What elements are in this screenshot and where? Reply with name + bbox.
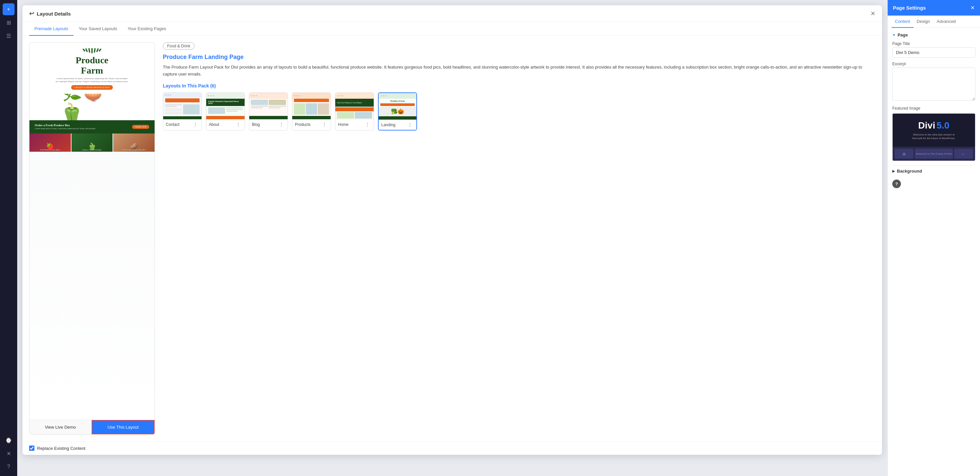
sidebar-icon-history[interactable]: ⌚ [3,434,14,446]
ray-5 [94,48,95,53]
thumb-image-blog [249,93,288,119]
right-tab-design[interactable]: Design [913,16,933,28]
tab-premade-layouts[interactable]: Premade Layouts [29,22,73,36]
farm-photo-3: 🥔 Are You a Restaurant or Reseller? [113,134,154,152]
featured-image-label: Featured Image [892,106,975,111]
right-panel: Page Settings ✕ Content Design Advanced … [887,0,980,476]
replace-content-checkbox[interactable] [29,446,34,451]
modal-close-button[interactable]: ✕ [870,11,875,16]
sidebar-icon-list[interactable]: ☰ [3,30,14,42]
right-panel-close-button[interactable]: ✕ [970,5,975,11]
category-tag: Food & Drink [163,42,195,50]
sidebar-icon-settings[interactable]: ✕ [3,447,14,460]
layout-thumb-about[interactable]: Family Owned & Operated Since 1875 [206,93,245,131]
thumb-menu-landing[interactable]: ⋮ [406,122,414,128]
layout-title: Produce Farm Landing Page [163,54,875,61]
thumb-menu-products[interactable]: ⋮ [321,121,328,128]
use-this-layout-button[interactable]: Use This Layout [92,420,155,434]
modal-header: ↩ Layout Details ✕ [22,5,882,22]
thumb-menu-home[interactable]: ⋮ [364,121,371,128]
thumb-image-about: Family Owned & Operated Since 1875 [206,93,245,119]
farm-title: Produce Farm [36,55,148,76]
thumb-footer-landing: Landing ⋮ [379,120,416,130]
farm-band-title: Order a Fresh Produce Box [35,123,96,127]
farm-band-left: Order a Fresh Produce Box Lorem ipsum do… [35,123,96,130]
tab-existing-pages[interactable]: Your Existing Pages [123,22,172,36]
background-chevron-icon: ▶ [892,169,895,173]
featured-image-strip: ▦ Welcome to The Future Of Divi ▷ [892,147,975,161]
background-section[interactable]: ▶ Background [892,165,975,177]
farm-cta-button: CREATE A FRESH PRODUCE BOX [71,85,113,90]
strip-item-2: Welcome to The Future Of Divi [915,149,953,159]
thumb-image-home: Farm Our Produce to Your Basket [335,93,374,119]
page-title-input[interactable] [892,47,975,58]
divi-description: Welcome to the ultra-fast version of Div… [911,133,957,140]
strip-item-1: ▦ [895,149,913,159]
thumb-menu-about[interactable]: ⋮ [235,121,242,128]
layers-icon: ⊞ [6,19,11,26]
sidebar-icon-help[interactable]: ? [3,461,14,473]
layout-thumb-contact[interactable]: Contact ⋮ [163,93,202,131]
farm-preview-mockup: Produce Farm Lorem ipsum dolor sit amet,… [29,43,154,420]
page-section-title: Page [897,32,908,37]
thumb-label-contact: Contact [166,122,180,127]
farm-photo-2: 🫑 Farmer's Market Schedule [72,134,113,152]
thumb-label-home: Home [338,122,348,127]
left-sidebar: + ⊞ ☰ ⌚ ✕ ? [0,0,17,476]
excerpt-textarea[interactable] [892,67,975,101]
modal-body: Produce Farm Lorem ipsum dolor sit amet,… [22,36,882,441]
right-panel-tabs: Content Design Advanced [888,16,980,28]
farm-decorative-rays [36,48,148,53]
thumb-image-contact [163,93,202,119]
checkbox-label: Replace Existing Content [37,446,85,451]
right-tab-advanced[interactable]: Advanced [933,16,959,28]
layout-thumb-landing[interactable]: Produce Farm 🥦🎃 Landing ⋮ [378,93,417,131]
layouts-grid: Contact ⋮ Family Owned & Operated Since … [163,93,875,131]
farm-top-section: Produce Farm Lorem ipsum dolor sit amet,… [29,43,154,94]
back-icon: ↩ [29,10,34,17]
background-title: ▶ Background [892,169,922,174]
settings-icon: ✕ [6,450,11,457]
thumb-footer-home: Home ⋮ [335,119,374,129]
tab-saved-layouts[interactable]: Your Saved Layouts [73,22,123,36]
page-title-label: Page Title [892,42,975,46]
info-panel: Food & Drink Produce Farm Landing Page T… [163,42,875,434]
layout-thumb-products[interactable]: Products ⋮ [292,93,331,131]
right-panel-content: ▼ Page Page Title Excerpt Featured Image… [888,28,980,476]
farm-order-button: ORDER NOW [132,125,149,129]
thumb-menu-contact[interactable]: ⋮ [192,121,199,128]
sidebar-icon-layers[interactable]: ⊞ [3,16,14,29]
toggle-arrow-icon: ▼ [892,33,896,37]
right-tab-content[interactable]: Content [892,16,913,28]
thumb-label-landing: Landing [381,123,396,127]
featured-image-content: Divi 5.0 Welcome to the ultra-fast versi… [892,113,975,147]
modal-title: Layout Details [37,11,71,16]
main-area: ↩ Layout Details ✕ Premade Layouts Your … [17,0,887,476]
preview-panel: Produce Farm Lorem ipsum dolor sit amet,… [29,42,155,434]
sidebar-icon-add[interactable]: + [3,3,14,15]
layout-thumb-home[interactable]: Farm Our Produce to Your Basket Home ⋮ [335,93,374,131]
pack-label: Layouts In This Pack (6) [163,83,875,88]
thumb-label-about: About [209,122,219,127]
ray-2 [85,48,88,52]
help-icon: ? [7,464,10,470]
plus-icon: + [7,6,10,12]
layout-description: The Produce Farm Layout Pack for Divi pr… [163,64,875,78]
strip-item-3: ▷ [954,149,973,159]
featured-image-box: Divi 5.0 Welcome to the ultra-fast versi… [892,113,975,161]
divi-logo-group: Divi 5.0 [918,120,949,131]
ray-3 [88,48,91,53]
help-button[interactable]: ? [892,179,901,188]
thumb-image-landing: Produce Farm 🥦🎃 [379,93,416,120]
view-live-demo-button[interactable]: View Live Demo [29,420,92,434]
farm-band-sub: Lorem ipsum dolor sit amet, consectetur … [35,128,96,130]
page-section-toggle[interactable]: ▼ Page [892,32,975,37]
thumb-menu-blog[interactable]: ⋮ [278,121,285,128]
layout-thumb-blog[interactable]: Blog ⋮ [249,93,288,131]
thumb-footer-contact: Contact ⋮ [163,119,202,129]
thumb-label-blog: Blog [252,122,260,127]
farm-subtitle: Lorem ipsum dolor sit amet, consectetur … [36,77,148,84]
ray-4 [91,48,93,53]
thumb-label-products: Products [295,122,310,127]
veggie-emoji: 🥦🎃🌿🧅🫑 [61,94,124,120]
